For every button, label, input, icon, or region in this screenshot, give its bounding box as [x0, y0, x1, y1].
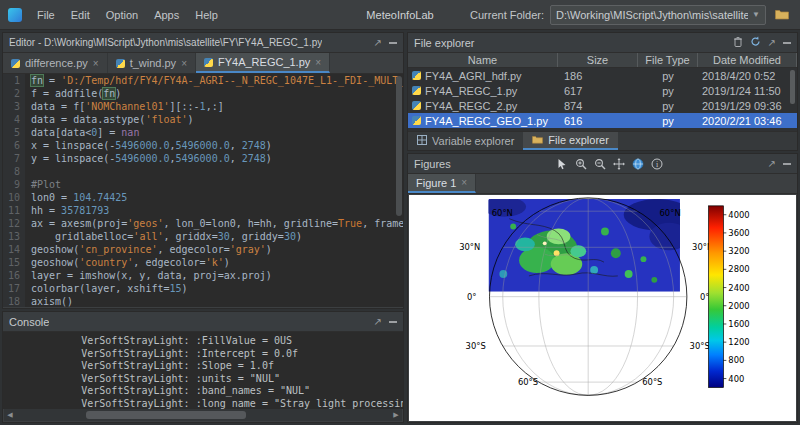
editor-panel-title: Editor - D:\Working\MIScript\Jython\mis\…: [9, 37, 322, 48]
svg-text:i: i: [656, 159, 659, 168]
column-header-file-type[interactable]: File Type: [638, 53, 698, 67]
menu-edit[interactable]: Edit: [64, 6, 97, 24]
minimize-icon[interactable]: [389, 42, 397, 44]
colorbar-labels: 4000 3600 3200 2800 2400 2000 1600 1200 …: [728, 210, 749, 384]
line-number: 4: [3, 113, 25, 126]
close-tab-icon[interactable]: ×: [461, 177, 467, 188]
file-row[interactable]: FY4A_REGC_2.py874py2019/1/29 09:36: [408, 98, 797, 113]
menu-bar: FileEditOptionAppsHelp MeteoInfoLab Curr…: [0, 0, 800, 30]
file-type-cell: py: [638, 115, 698, 127]
file-date-cell: 2019/1/29 09:36: [698, 100, 797, 112]
figure-tab[interactable]: Figure 1 ×: [408, 174, 476, 193]
svg-text:30°N: 30°N: [459, 242, 480, 252]
close-tab-icon[interactable]: ×: [93, 58, 99, 69]
menu-option[interactable]: Option: [99, 6, 145, 24]
figures-panel: Figures i ↗ Figure 1 ×: [407, 153, 798, 423]
line-number: 16: [3, 269, 25, 282]
select-icon[interactable]: [555, 157, 568, 170]
menu-items: FileEditOptionAppsHelp: [30, 6, 225, 24]
current-folder-group: Current Folder: D:\Working\MIScript\Jyth…: [470, 5, 792, 25]
code-line: 15geoshow('country', edgecolor='k'): [3, 256, 403, 269]
tab-variable-explorer[interactable]: Variable explorer: [408, 132, 523, 150]
column-header-date-modified[interactable]: Date Modified: [698, 53, 797, 67]
trash-icon[interactable]: [733, 36, 743, 49]
svg-text:3200: 3200: [728, 246, 749, 256]
full-extent-icon[interactable]: [631, 157, 644, 170]
menu-apps[interactable]: Apps: [147, 6, 186, 24]
console-panel-header: Console ↗: [3, 312, 403, 332]
scrollbar-thumb[interactable]: [86, 411, 246, 419]
console-output[interactable]: VerSoftStrayLight: :FillValue = 0US VerS…: [3, 332, 403, 409]
editor-tab[interactable]: difference.py×: [3, 53, 108, 73]
file-name-cell: FY4A_REGC_GEO_1.py: [408, 115, 558, 127]
figure-toolbar: i: [555, 157, 663, 170]
zoom-out-icon[interactable]: [593, 157, 606, 170]
current-folder-combobox[interactable]: D:\Working\MIScript\Jython\mis\satellite…: [550, 5, 766, 25]
pan-icon[interactable]: [612, 157, 625, 170]
svg-text:4000: 4000: [728, 210, 749, 220]
file-name-cell: FY4A_REGC_1.py: [408, 85, 558, 97]
file-table-scrollbar[interactable]: [789, 69, 796, 131]
editor-tab[interactable]: FY4A_REGC_1.py×: [196, 53, 330, 73]
line-number: 18: [3, 295, 25, 307]
menu-file[interactable]: File: [30, 6, 62, 24]
console-line: VerSoftStrayLight: :Intercept = 0.0f: [3, 348, 403, 361]
code-editor[interactable]: 1fn = 'D:/Temp/hdf/FY4/FY4A-_AGRI--_N_RE…: [3, 74, 403, 307]
file-type-cell: py: [638, 70, 698, 82]
line-number: 9: [3, 178, 25, 191]
map-figure[interactable]: 60°N 60°N 30°N 30°N 0° 0° 30°S 30°S 60°S…: [409, 195, 796, 421]
scroll-right-icon[interactable]: ▶: [390, 411, 402, 419]
file-explorer-header: File explorer ↗: [408, 33, 797, 53]
app-logo-icon: [8, 8, 22, 22]
console-hscrollbar[interactable]: ◀ ▶: [4, 409, 402, 421]
colorbar: 4000 3600 3200 2800 2400 2000 1600 1200 …: [709, 206, 750, 388]
close-tab-icon[interactable]: ×: [315, 57, 321, 68]
editor-tab[interactable]: t_wind.py×: [108, 53, 196, 73]
code-line: 11hh = 35781793: [3, 204, 403, 217]
minimize-icon[interactable]: [389, 321, 397, 323]
console-line: VerSoftStrayLight: :units = "NUL": [3, 373, 403, 386]
file-row[interactable]: FY4A_REGC_GEO_1.py616py2020/2/21 03:46: [408, 113, 797, 128]
refresh-icon[interactable]: [750, 36, 761, 49]
column-header-size[interactable]: Size: [558, 53, 638, 67]
file-row[interactable]: FY4A_AGRI_hdf.py186py2018/4/20 0:52: [408, 68, 797, 83]
line-number: 13: [3, 230, 25, 243]
float-icon[interactable]: ↗: [768, 159, 776, 169]
scrollbar-track[interactable]: [16, 409, 390, 421]
code-line: 17colorbar(layer, xshift=15): [3, 282, 403, 295]
tab-file-explorer[interactable]: File explorer: [523, 132, 618, 150]
code-line: 14geoshow('cn_province', edgecolor='gray…: [3, 243, 403, 256]
float-icon[interactable]: ↗: [374, 38, 382, 48]
identify-icon[interactable]: i: [650, 157, 663, 170]
console-line: VerSoftStrayLight: :FillValue = 0US: [3, 335, 403, 348]
scrollbar-thumb[interactable]: [790, 70, 795, 104]
open-folder-button[interactable]: [772, 5, 792, 25]
scroll-left-icon[interactable]: ◀: [4, 411, 16, 419]
scrollbar-thumb[interactable]: [396, 76, 402, 216]
column-header-name[interactable]: Name: [408, 53, 558, 67]
close-tab-icon[interactable]: ×: [181, 58, 187, 69]
float-icon[interactable]: ↗: [374, 317, 382, 327]
svg-text:0°: 0°: [467, 292, 477, 302]
minimize-icon[interactable]: [783, 42, 791, 44]
code-line: 3data = f['NOMChannel01'][::-1,:]: [3, 100, 403, 113]
chevron-down-icon[interactable]: ▼: [752, 10, 760, 19]
explorer-bottom-tabs: Variable explorerFile explorer: [408, 131, 797, 150]
console-line: VerSoftStrayLight: :long_name = "Stray l…: [3, 398, 403, 410]
file-explorer-title: File explorer: [414, 37, 475, 49]
line-number: 3: [3, 100, 25, 113]
file-row[interactable]: FY4A_REGC_1.py617py2019/1/24 11:50: [408, 83, 797, 98]
file-date-cell: 2018/4/20 0:52: [698, 70, 797, 82]
float-icon[interactable]: ↗: [768, 38, 776, 48]
zoom-in-icon[interactable]: [574, 157, 587, 170]
line-number: 8: [3, 165, 25, 178]
svg-text:800: 800: [728, 355, 744, 365]
svg-text:1600: 1600: [728, 319, 749, 329]
editor-scrollbar[interactable]: [395, 74, 403, 307]
file-size-cell: 617: [558, 85, 638, 97]
svg-text:60°S: 60°S: [642, 377, 662, 387]
svg-text:60°N: 60°N: [492, 208, 513, 218]
menu-help[interactable]: Help: [188, 6, 225, 24]
console-panel-title: Console: [9, 316, 49, 328]
minimize-icon[interactable]: [783, 163, 791, 165]
